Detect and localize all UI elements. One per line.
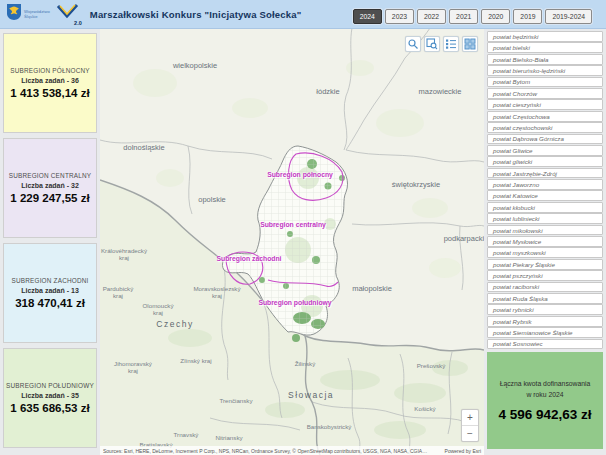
region-map-label: Zlínský kraj xyxy=(180,357,211,364)
year-tabs: 2024202320222021202020192019-2024 xyxy=(350,9,592,24)
dashboard: Województwo Śląskie 2.0 Marszałkowski Ko… xyxy=(0,0,606,455)
region-map-label: Žilinský xyxy=(295,360,316,367)
powiat-item[interactable]: powiat mikołowski xyxy=(487,225,603,236)
powiat-item[interactable]: powiat Częstochowa xyxy=(487,111,603,122)
powiat-item[interactable]: powiat myszkowski xyxy=(487,247,603,258)
region-map-label: łódzkie xyxy=(316,88,339,97)
powiat-item[interactable]: powiat cieszyński xyxy=(487,99,603,110)
powiat-item[interactable]: powiat lubliniecki xyxy=(487,213,603,224)
subregion-panels: SUBREGION PÓŁNOCNYLiczba zadań - 361 413… xyxy=(0,33,100,448)
year-tab-2019-2024[interactable]: 2019-2024 xyxy=(545,9,592,24)
powiat-item[interactable]: powiat Bielsko-Biała xyxy=(487,54,603,65)
subregion-panel: SUBREGION ZACHODNILiczba zadań - 13318 4… xyxy=(3,243,97,343)
region-map-label: dolnośląskie xyxy=(123,144,164,153)
total-label-line2: w roku 2024 xyxy=(526,390,563,400)
powiat-item[interactable]: powiat rybnicki xyxy=(487,304,603,315)
subregion-map-label: Subregion centralny xyxy=(260,221,326,229)
total-label-line1: Łączna kwota dofinansowania xyxy=(500,379,591,389)
powiat-item[interactable]: powiat będziński xyxy=(487,31,603,42)
powiat-item[interactable]: powiat Katowice xyxy=(487,190,603,201)
subregion-map-label: Subregion północny xyxy=(267,171,333,179)
logo-text-line2: Śląskie xyxy=(24,14,50,19)
header: Województwo Śląskie 2.0 Marszałkowski Ko… xyxy=(0,0,606,29)
subregion-amount: 1 635 686,53 zł xyxy=(10,402,89,414)
subregion-tasks: Liczba zadań - 35 xyxy=(21,392,79,399)
left-sidebar: SUBREGION PÓŁNOCNYLiczba zadań - 361 413… xyxy=(0,28,100,455)
region-map-label: Nitriansky xyxy=(215,434,242,441)
year-tab-2019[interactable]: 2019 xyxy=(513,9,542,24)
subregion-amount: 318 470,41 zł xyxy=(15,297,85,309)
year-tab-2020[interactable]: 2020 xyxy=(481,9,510,24)
powiat-item[interactable]: powiat kłobucki xyxy=(487,202,603,213)
subregion-map-label: Subregion południowy xyxy=(258,299,331,307)
region-map-label: Moravskoslezský kraj xyxy=(193,285,240,299)
year-tab-2023[interactable]: 2023 xyxy=(385,9,414,24)
region-map-label: mazowieckie xyxy=(419,88,462,97)
region-map-label: podkarpackie xyxy=(444,235,484,244)
powiat-item[interactable]: powiat częstochowski xyxy=(487,122,603,133)
subregion-panel: SUBREGION PÓŁNOCNYLiczba zadań - 361 413… xyxy=(3,33,97,133)
region-map-label: małopolskie xyxy=(352,285,392,294)
powiat-item[interactable]: powiat Chorzów xyxy=(487,88,603,99)
basemap-icon xyxy=(464,38,476,50)
subregion-tasks: Liczba zadań - 32 xyxy=(21,182,79,189)
powiat-item[interactable]: powiat Rybnik xyxy=(487,316,603,327)
powiat-item[interactable]: powiat raciborski xyxy=(487,282,603,293)
legend-button[interactable] xyxy=(443,36,459,52)
powiat-item[interactable]: powiat Siemianowice Śląskie xyxy=(487,327,603,338)
powiat-item[interactable]: powiat gliwicki xyxy=(487,156,603,167)
powiat-item[interactable]: powiat Sosnowiec xyxy=(487,339,603,350)
region-map-label: wielkopolskie xyxy=(173,62,217,71)
subregion-panel: SUBREGION CENTRALNYLiczba zadań - 321 22… xyxy=(3,138,97,238)
subregion-name: SUBREGION CENTRALNY xyxy=(9,172,92,179)
map-area[interactable]: wielkopolskiełódzkiemazowieckiedolnośląs… xyxy=(100,28,484,455)
right-sidebar: powiat będzińskipowiat bielskipowiat Bie… xyxy=(484,28,606,455)
powiat-item[interactable]: powiat Dąbrowa Górnicza xyxy=(487,134,603,145)
powiat-item[interactable]: powiat Jastrzębie-Zdrój xyxy=(487,168,603,179)
powiat-item[interactable]: powiat Mysłowice xyxy=(487,236,603,247)
page-title: Marszałkowski Konkurs "Inicjatywa Sołeck… xyxy=(90,9,302,20)
subregion-name: SUBREGION PÓŁNOCNY xyxy=(10,67,90,74)
attribution-sources: Sources: Esri, HERE, DeLorme, Increment … xyxy=(103,448,428,454)
subregion-name: SUBREGION ZACHODNI xyxy=(11,277,88,284)
logo-text: Województwo Śląskie xyxy=(24,9,50,19)
subregion-map-label: Subregion zachodni xyxy=(217,255,282,263)
year-tab-2022[interactable]: 2022 xyxy=(417,9,446,24)
region-map-label: Trnavský xyxy=(174,431,199,438)
region-map-label: Trenčiansky xyxy=(219,397,252,404)
powiat-item[interactable]: powiat Bytom xyxy=(487,77,603,88)
region-map-label: świętokrzyskie xyxy=(392,181,440,190)
powiat-item[interactable]: powiat Piekary Śląskie xyxy=(487,259,603,270)
slaskie-2-0-logo: 2.0 xyxy=(56,3,80,25)
region-map-label: Olomoucký kraj xyxy=(143,302,174,316)
map-toolbar xyxy=(402,36,478,52)
year-tab-2021[interactable]: 2021 xyxy=(449,9,478,24)
region-map-label: Jihomoravský kraj xyxy=(114,360,152,374)
total-panel: Łączna kwota dofinansowania w roku 2024 … xyxy=(487,352,603,449)
coat-of-arms-logo xyxy=(7,4,21,24)
zoom-in-button[interactable]: + xyxy=(462,410,478,425)
powiat-item[interactable]: powiat Ruda Śląska xyxy=(487,293,603,304)
subregion-tasks: Liczba zadań - 13 xyxy=(21,287,79,294)
powiat-item[interactable]: powiat bieruńsko-lędziński xyxy=(487,65,603,76)
subregion-name: SUBREGION POŁUDNIOWY xyxy=(6,382,94,389)
year-tab-2024[interactable]: 2024 xyxy=(353,9,382,24)
search-button[interactable] xyxy=(405,36,421,52)
region-map-label: Czechy xyxy=(156,320,193,330)
subregion-amount: 1 413 538,14 zł xyxy=(10,87,89,99)
powiat-item[interactable]: powiat bielski xyxy=(487,42,603,53)
powiat-item[interactable]: powiat Jaworzno xyxy=(487,179,603,190)
default-extent-icon xyxy=(426,38,438,50)
subregion-tasks: Liczba zadań - 36 xyxy=(21,77,79,84)
powiat-item[interactable]: powiat pszczyński xyxy=(487,270,603,281)
legend-icon xyxy=(445,38,457,50)
basemap-button[interactable] xyxy=(462,36,478,52)
search-icon xyxy=(407,38,419,50)
powiat-item[interactable]: powiat Gliwice xyxy=(487,145,603,156)
default-extent-button[interactable] xyxy=(424,36,440,52)
region-map-label: Słowacja xyxy=(288,391,334,401)
region-map-label: Banskobystrický xyxy=(307,423,352,430)
logo-2-0-label: 2.0 xyxy=(74,20,82,26)
zoom-out-button[interactable]: − xyxy=(462,425,478,441)
subregion-panel: SUBREGION POŁUDNIOWYLiczba zadań - 351 6… xyxy=(3,348,97,448)
